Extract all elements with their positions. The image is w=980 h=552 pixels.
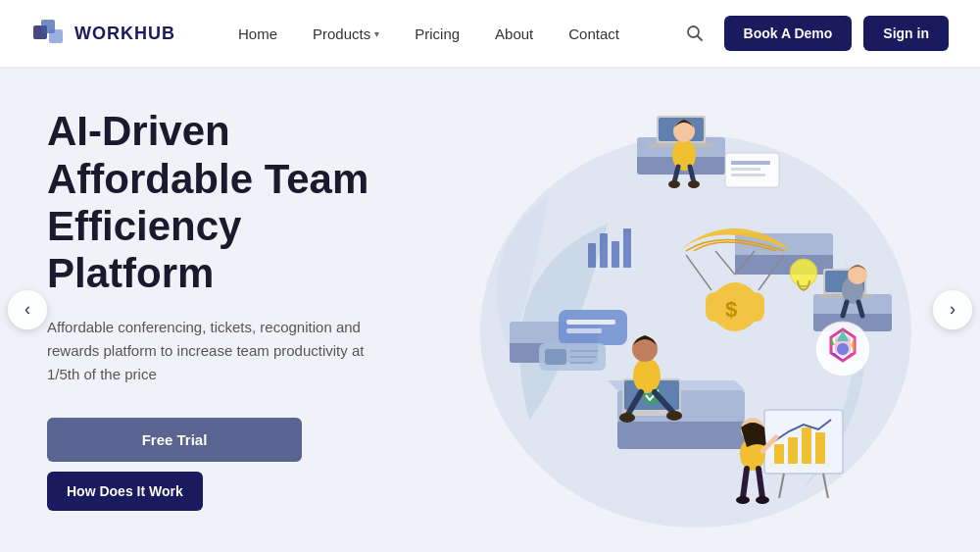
svg-point-36 xyxy=(633,358,661,393)
svg-line-53 xyxy=(759,469,762,498)
svg-line-4 xyxy=(697,36,702,41)
svg-rect-68 xyxy=(566,320,615,325)
hero-illustration: $ xyxy=(431,76,941,547)
hero-section: ‹ AI-Driven Affordable Team Efficiency P… xyxy=(0,67,980,552)
svg-rect-43 xyxy=(774,444,784,464)
svg-point-20 xyxy=(672,139,696,171)
svg-point-24 xyxy=(668,180,680,188)
svg-rect-77 xyxy=(731,174,765,176)
svg-rect-6 xyxy=(617,420,745,449)
svg-rect-66 xyxy=(559,310,627,345)
book-demo-button[interactable]: Book A Demo xyxy=(724,16,853,51)
nav-about[interactable]: About xyxy=(479,18,549,50)
svg-rect-70 xyxy=(588,243,596,268)
hero-svg: $ xyxy=(431,76,941,547)
free-trial-button[interactable]: Free Trial xyxy=(47,418,302,462)
nav-contact[interactable]: Contact xyxy=(553,18,635,50)
svg-rect-72 xyxy=(612,241,619,268)
carousel-prev-button[interactable]: ‹ xyxy=(8,290,47,329)
svg-point-41 xyxy=(666,411,682,421)
svg-rect-75 xyxy=(731,161,770,165)
svg-point-62 xyxy=(837,343,849,355)
svg-rect-45 xyxy=(802,427,811,464)
search-icon xyxy=(686,25,704,42)
svg-rect-2 xyxy=(49,29,63,43)
svg-line-52 xyxy=(743,469,747,498)
svg-rect-76 xyxy=(731,168,760,171)
navbar: WORKHUB Home Products ▾ Pricing About Co… xyxy=(0,0,980,67)
svg-point-37 xyxy=(632,336,658,362)
svg-rect-71 xyxy=(600,233,608,268)
svg-point-54 xyxy=(736,496,750,504)
logo-link[interactable]: WORKHUB xyxy=(31,16,175,51)
nav-pricing[interactable]: Pricing xyxy=(399,18,475,50)
nav-home[interactable]: Home xyxy=(222,18,293,50)
nav-actions: Book A Demo Sign in xyxy=(677,16,949,51)
svg-point-25 xyxy=(688,180,700,188)
svg-rect-79 xyxy=(545,349,566,365)
hero-subtitle: Affordable conferencing, tickets, recogn… xyxy=(47,316,380,386)
svg-text:$: $ xyxy=(725,297,737,322)
hero-title: AI-Driven Affordable Team Efficiency Pla… xyxy=(47,108,384,297)
logo-text: WORKHUB xyxy=(74,24,175,44)
svg-rect-69 xyxy=(566,328,602,333)
svg-point-21 xyxy=(673,121,695,142)
how-does-it-work-button[interactable]: How Does It Work xyxy=(47,472,203,511)
nav-links: Home Products ▾ Pricing About Contact xyxy=(222,18,677,50)
products-dropdown-icon: ▾ xyxy=(374,28,379,39)
hero-content: AI-Driven Affordable Team Efficiency Pla… xyxy=(0,67,431,552)
svg-point-30 xyxy=(848,265,867,284)
logo-icon xyxy=(31,16,67,51)
svg-point-55 xyxy=(756,496,769,504)
search-button[interactable] xyxy=(677,16,712,51)
svg-rect-44 xyxy=(788,437,798,464)
svg-point-63 xyxy=(790,259,817,286)
nav-products[interactable]: Products ▾ xyxy=(297,18,395,50)
signin-button[interactable]: Sign in xyxy=(863,16,949,51)
svg-rect-73 xyxy=(623,228,631,268)
carousel-next-button[interactable]: › xyxy=(933,290,972,329)
svg-point-40 xyxy=(619,413,635,423)
svg-rect-46 xyxy=(815,432,825,464)
